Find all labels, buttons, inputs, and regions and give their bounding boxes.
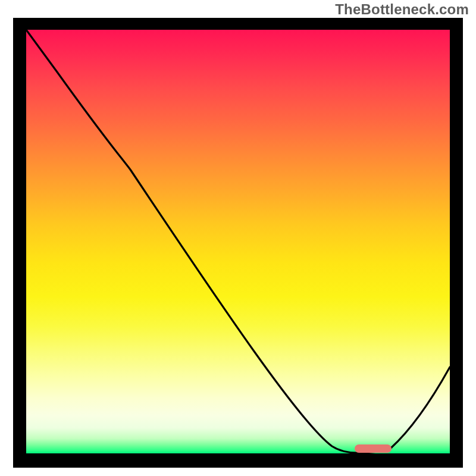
curve-path	[26, 30, 450, 453]
watermark-text: TheBottleneck.com	[335, 1, 469, 18]
chart-frame: TheBottleneck.com	[0, 0, 476, 476]
bottleneck-curve	[26, 30, 450, 453]
plot-area	[26, 30, 450, 453]
optimum-marker	[355, 444, 392, 453]
